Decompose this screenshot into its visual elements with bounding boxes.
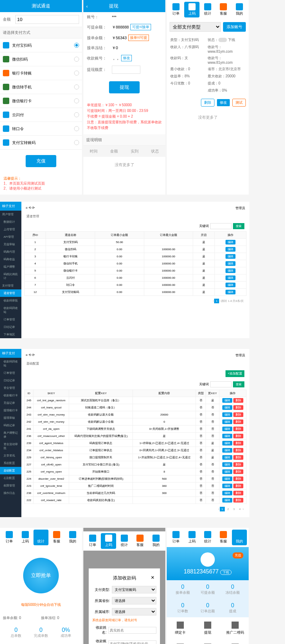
- add-config-button[interactable]: +添加配置: [226, 370, 244, 377]
- edit-button[interactable]: 编辑: [226, 290, 235, 294]
- menu-item[interactable]: 提现银行卡: [0, 407, 21, 414]
- test-button[interactable]: 测试: [232, 99, 246, 107]
- grid-item[interactable]: 提现: [194, 617, 222, 639]
- menu-item[interactable]: 订单管理: [0, 316, 21, 323]
- delete-button[interactable]: 删除: [201, 99, 214, 107]
- edit-button[interactable]: 编辑: [226, 283, 235, 287]
- menu-item[interactable]: 收款码审批: [0, 297, 21, 304]
- select-pay-title: 请选择支付方式: [0, 27, 82, 38]
- close-icon[interactable]: ✕: [151, 575, 155, 580]
- pay-option[interactable]: 云闪付: [0, 108, 82, 122]
- menu-item[interactable]: 基础配置: [0, 467, 21, 474]
- back-icon[interactable]: ‹: [86, 4, 88, 9]
- menu-item[interactable]: 收款码回收站: [0, 358, 21, 369]
- menu-item[interactable]: 提现审核: [0, 414, 21, 422]
- edit-button[interactable]: 编辑: [226, 275, 235, 280]
- menu-item[interactable]: 文章资讯: [0, 452, 21, 459]
- tab-4[interactable]: 我的: [232, 2, 247, 17]
- menu-item[interactable]: 日结记录: [0, 377, 21, 384]
- panel1-title: 测试通道: [0, 0, 82, 12]
- edit-button[interactable]: 编辑: [226, 261, 235, 266]
- tab-2[interactable]: 统计: [200, 2, 215, 17]
- logo: 柚子支付: [0, 349, 21, 358]
- menu-item[interactable]: 码商代理: [0, 248, 21, 256]
- menu-item[interactable]: 订单管理: [0, 369, 21, 377]
- menu-item[interactable]: 资金管理: [0, 384, 21, 392]
- pay-option[interactable]: 微信转手机: [0, 80, 82, 94]
- menu-item[interactable]: 商户调整记录: [0, 429, 21, 441]
- menu-item[interactable]: 码商收益: [0, 256, 21, 263]
- grab-order-button[interactable]: 立即抢单: [23, 558, 59, 593]
- tab-3[interactable]: 客服: [216, 2, 231, 17]
- menu-item[interactable]: 上传管理: [0, 226, 21, 233]
- edit-button[interactable]: 编辑: [226, 268, 235, 273]
- pay-option[interactable]: 微信银行卡: [0, 94, 82, 108]
- grid-item[interactable]: 分成记录: [194, 639, 222, 644]
- pay-type-select[interactable]: 全部支付类型: [170, 22, 221, 32]
- edit-button[interactable]: 编辑: [226, 247, 235, 252]
- pay-option[interactable]: 银行卡转账: [0, 66, 82, 80]
- search-input[interactable]: [210, 223, 232, 229]
- search-button[interactable]: 搜索: [233, 381, 244, 387]
- amount-input[interactable]: [15, 15, 79, 24]
- menu-item[interactable]: 下单地区: [0, 331, 21, 338]
- menu-item[interactable]: 资金流动审批: [0, 441, 21, 452]
- menu-item[interactable]: 收款码回收站: [0, 304, 21, 316]
- add-account-button[interactable]: 添加账号: [223, 22, 246, 32]
- menu-item[interactable]: 操作日志: [0, 489, 21, 497]
- warm-title: 温馨提示：: [4, 176, 78, 181]
- edit-button[interactable]: 编辑: [226, 254, 235, 259]
- menu-item[interactable]: 数据统计: [0, 218, 21, 226]
- grid-item[interactable]: 推广二维码: [221, 617, 249, 639]
- tab-1[interactable]: 上码: [184, 2, 199, 17]
- menu-item[interactable]: 端户调整: [0, 263, 21, 271]
- menu-item[interactable]: 日结记录: [0, 323, 21, 331]
- amount-label: 金额: [3, 17, 15, 22]
- grid-item[interactable]: 资金明细: [221, 639, 249, 644]
- withdraw-title: 提现: [109, 3, 118, 9]
- pay-option[interactable]: 支付宝转账码: [0, 136, 82, 150]
- menu-item[interactable]: 权限管理: [0, 482, 21, 489]
- menu-item[interactable]: 码线记录: [0, 422, 21, 429]
- menu-item[interactable]: 系统配置: [0, 459, 21, 467]
- grid-item[interactable]: 绑定卡: [167, 617, 194, 639]
- withdraw-amount-input[interactable]: [112, 66, 140, 74]
- tab-0[interactable]: 订单: [169, 2, 183, 17]
- menu-item[interactable]: 通道管理: [0, 289, 21, 297]
- warm-1: 1、本页面无应用测试页面: [4, 181, 78, 186]
- pay-option[interactable]: 微信扫码: [0, 52, 82, 66]
- menu-item[interactable]: 码线比例统计: [0, 271, 21, 282]
- edit-button[interactable]: 编辑: [226, 240, 235, 244]
- avatar: [201, 552, 215, 567]
- menu-item[interactable]: 收款银行卡: [0, 392, 21, 399]
- menu-item[interactable]: 支付管理: [0, 282, 21, 289]
- logo: 柚子支付: [0, 202, 21, 211]
- grid-item[interactable]: 我的团队: [167, 639, 194, 644]
- menu-item[interactable]: API管理: [0, 233, 21, 241]
- menu-item[interactable]: 充值审核: [0, 241, 21, 248]
- menu-item[interactable]: 石刻配置: [0, 474, 21, 482]
- menu-item[interactable]: 用户管理: [0, 211, 21, 218]
- menu-item[interactable]: 充值记录: [0, 399, 21, 407]
- warm-2: 2、请使用小额进行测试: [4, 186, 78, 191]
- search-input[interactable]: [210, 381, 232, 387]
- modify-button[interactable]: 修改: [217, 99, 230, 107]
- pay-option[interactable]: 支付宝扫码: [0, 38, 82, 52]
- recharge-button[interactable]: 充值: [26, 155, 56, 167]
- withdraw-button[interactable]: 提现: [109, 81, 140, 93]
- modify-button[interactable]: 修改: [121, 55, 132, 61]
- pay-option[interactable]: 转口令: [0, 122, 82, 136]
- search-button[interactable]: 搜索: [233, 223, 244, 229]
- charge-button[interactable]: 充值: [233, 552, 243, 558]
